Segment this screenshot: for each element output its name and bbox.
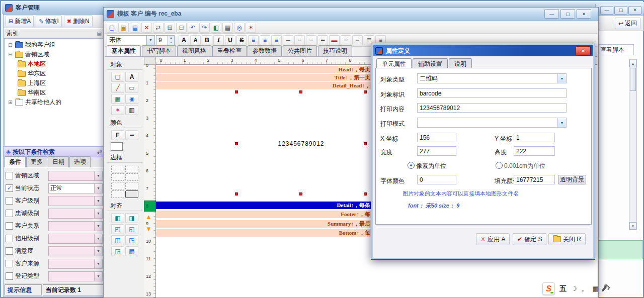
close-button[interactable]: ✕	[628, 6, 641, 15]
band-title[interactable]: Title↑，第一页	[156, 74, 372, 81]
minimize-button[interactable]: —	[544, 9, 559, 19]
preview-icon[interactable]: ◎	[234, 23, 245, 33]
star-tool-icon[interactable]: ✶	[111, 105, 124, 115]
filter-checkbox[interactable]	[6, 197, 13, 205]
align-bottoms-icon[interactable]: ◱	[125, 224, 138, 234]
tab-date[interactable]: 日期	[48, 156, 69, 167]
border-bottom-icon[interactable]	[111, 182, 124, 189]
selection-handle[interactable]	[299, 90, 302, 93]
dropdown-arrow-icon[interactable]: ▼	[94, 209, 102, 218]
view-script-button[interactable]: 查看脚本	[597, 44, 634, 55]
print-mode-select[interactable]: ▼	[417, 118, 567, 128]
barcode-object[interactable]: 123456789012	[236, 92, 366, 195]
align-center-v-icon[interactable]: ◳	[125, 235, 138, 245]
tools-icon[interactable]: ✶	[246, 23, 256, 33]
tab-more[interactable]: 更多	[26, 156, 47, 167]
tab-options[interactable]: 选项	[69, 156, 91, 167]
move-band-down-icon[interactable]: ▼	[145, 226, 152, 232]
keyboard-icon[interactable]: ▦	[593, 285, 599, 292]
search-condition-header[interactable]: ◈ 按以下条件检索 ⇄	[4, 146, 105, 157]
expander-icon[interactable]: ⊟	[8, 42, 13, 48]
tab-overlap-check[interactable]: 重叠检查	[212, 45, 247, 56]
dropdown-arrow-icon[interactable]: ▼	[557, 118, 566, 127]
color-well[interactable]	[111, 142, 123, 151]
align-right-icon[interactable]: ≡	[271, 35, 282, 45]
filter-dropdown[interactable]: ▼	[48, 196, 103, 206]
width-input[interactable]: 277	[417, 146, 456, 156]
table-tool-icon[interactable]: ▦	[111, 94, 124, 104]
tree-item-east-region[interactable]: 华东区	[5, 69, 104, 78]
minimize-button[interactable]: —	[600, 6, 613, 15]
filter-checkbox[interactable]	[6, 222, 13, 230]
font-grow-icon[interactable]: A	[179, 35, 189, 45]
object-type-select[interactable]: 二维码 ▼	[417, 73, 567, 83]
band-summary[interactable]: Summary↑，最后	[156, 220, 372, 228]
vertical-scrollbar[interactable]: ▲ ▼	[629, 59, 637, 230]
line-dots2-icon[interactable]: ┈	[341, 35, 351, 45]
line-color-icon[interactable]: ━	[125, 130, 138, 140]
height-input[interactable]: 222	[514, 146, 555, 156]
dropdown-arrow-icon[interactable]: ▼	[94, 259, 102, 268]
unit-cm-radio[interactable]	[496, 162, 503, 169]
text-tool-icon[interactable]: A	[125, 72, 138, 82]
dropdown-arrow-icon[interactable]: ▼	[94, 171, 102, 180]
tab-basic-properties[interactable]: 基本属性	[107, 45, 141, 56]
unit-pixel-radio[interactable]: ●	[408, 162, 415, 169]
swap-icon[interactable]: ⇄	[153, 23, 164, 33]
delete-customer-button[interactable]: ✖ 删除N	[64, 16, 93, 27]
selection-handle[interactable]	[364, 90, 367, 93]
line-thick-icon[interactable]: ━	[317, 35, 328, 45]
border-none-icon[interactable]	[111, 165, 124, 172]
underline-icon[interactable]: U	[225, 35, 235, 45]
scroll-down-icon[interactable]: ▼	[629, 222, 636, 230]
tab-view-style[interactable]: 视图风格	[177, 45, 211, 56]
ruler-vertical[interactable]: ▲ ▼ 012345678910111213	[144, 65, 156, 297]
tree-item-shanghai-region[interactable]: 上海区	[5, 78, 104, 88]
moon-icon[interactable]: ☽	[571, 285, 577, 292]
open-icon[interactable]: ▣	[118, 23, 129, 33]
ime-mode-indicator[interactable]: 五	[559, 284, 567, 293]
filter-checkbox[interactable]: ✓	[6, 184, 13, 192]
band-head[interactable]: Head↑，每页	[156, 66, 372, 73]
filter-dropdown[interactable]: ▼	[48, 209, 103, 219]
font-size-stepper[interactable]: 9 ▲ ▼	[156, 35, 175, 45]
align-rights-icon[interactable]: ◨	[125, 213, 138, 223]
object-id-input[interactable]: barcode	[417, 88, 567, 98]
font-shrink-icon[interactable]: A	[190, 35, 201, 45]
dropdown-arrow-icon[interactable]: ▼	[557, 74, 566, 83]
index-grid-icon[interactable]: ▤	[97, 31, 102, 36]
close-dialog-button[interactable]: 关闭 R	[548, 233, 586, 245]
punctuation-icon[interactable]: 。	[582, 284, 588, 293]
globe-tool-icon[interactable]: ◉	[125, 94, 138, 104]
dropdown-arrow-icon[interactable]: ▼	[146, 36, 154, 45]
maximize-button[interactable]: ▢	[614, 6, 627, 15]
tree-item-local-region[interactable]: 本地区	[5, 59, 104, 69]
tree-item-marketing-region[interactable]: ⊟ 营销区域	[5, 50, 104, 59]
filter-dropdown[interactable]: 正常▼	[48, 183, 103, 193]
dropdown-arrow-icon[interactable]: ▼	[94, 247, 102, 256]
filter-checkbox[interactable]	[6, 260, 13, 267]
filter-dropdown[interactable]: ▼	[48, 221, 103, 231]
editor-titlebar[interactable]: 模板 客户 编号 rec_eba — ▢ ✕	[104, 8, 598, 21]
line-thin-icon[interactable]: ─	[283, 35, 293, 45]
expander-icon[interactable]: ⊞	[8, 100, 13, 105]
band-footer[interactable]: Footer↑，每	[156, 211, 372, 218]
border-outer-icon[interactable]	[111, 190, 124, 198]
maximize-button[interactable]: ▢	[560, 9, 575, 19]
close-button[interactable]: ✕	[577, 9, 591, 19]
selection-handle[interactable]	[364, 192, 367, 195]
ok-button[interactable]: ✔ 确定 S	[513, 233, 546, 245]
scroll-thumb[interactable]	[630, 68, 636, 91]
align-center-h-icon[interactable]: ◫	[111, 235, 124, 245]
add-object-icon[interactable]: ⊞	[165, 23, 175, 33]
search-swap-icon[interactable]: ⇄	[97, 148, 102, 155]
band-detail-head[interactable]: Detail_Head↑，	[156, 82, 372, 89]
scroll-up-icon[interactable]: ▲	[629, 60, 636, 67]
dropdown-arrow-icon[interactable]: ▼	[94, 222, 102, 231]
spin-up-icon[interactable]: ▲	[168, 36, 174, 40]
y-coordinate-input[interactable]: 1	[514, 133, 555, 142]
filter-checkbox[interactable]	[6, 272, 13, 280]
align-center-icon[interactable]: ≡	[260, 35, 270, 45]
table-icon[interactable]: ▦	[222, 23, 233, 33]
font-color-input[interactable]: 0	[417, 175, 456, 184]
